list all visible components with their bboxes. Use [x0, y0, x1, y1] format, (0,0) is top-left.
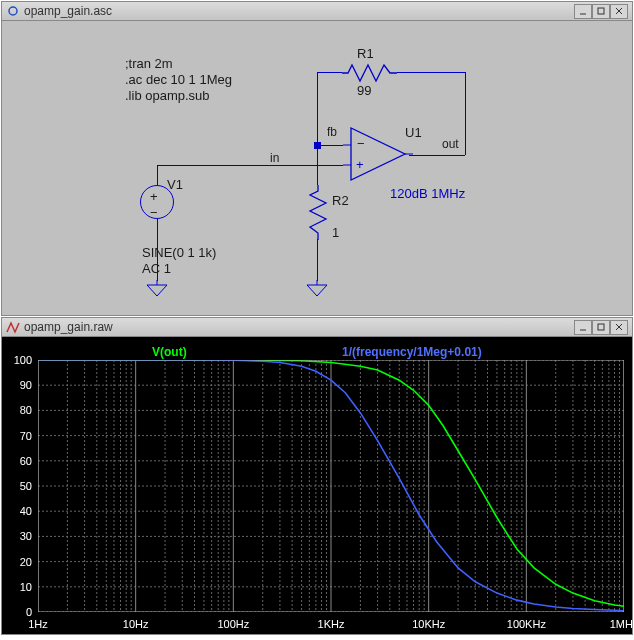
y-tick-label: 10 [4, 581, 32, 593]
spice-directive-ac[interactable]: .ac dec 10 1 1Meg [125, 72, 232, 87]
trace1-legend[interactable]: V(out) [152, 345, 187, 359]
netlabel-in[interactable]: in [270, 151, 279, 165]
schematic-window: opamp_gain.asc ;tran 2m .ac dec 10 1 1Me… [1, 1, 633, 316]
label-R2[interactable]: R2 [332, 193, 349, 208]
ltspice-waveform-icon [6, 320, 20, 334]
netlabel-fb[interactable]: fb [327, 125, 337, 139]
plot-window: opamp_gain.raw V(out) 1/(frequency/1Meg+… [1, 317, 633, 635]
value-V1-ac[interactable]: AC 1 [142, 261, 171, 276]
x-tick-label: 10Hz [123, 618, 149, 630]
opamp-U1[interactable]: − + [343, 124, 413, 184]
ground-icon[interactable] [145, 280, 169, 298]
value-R2[interactable]: 1 [332, 225, 339, 240]
resistor-R2[interactable] [308, 185, 328, 240]
minimize-button[interactable] [574, 320, 592, 335]
trace2-legend[interactable]: 1/(frequency/1Meg+0.01) [342, 345, 482, 359]
value-V1-sine[interactable]: SINE(0 1 1k) [142, 245, 216, 260]
ground-icon[interactable] [305, 280, 329, 298]
x-tick-label: 100Hz [217, 618, 249, 630]
y-tick-label: 40 [4, 505, 32, 517]
y-tick-label: 60 [4, 455, 32, 467]
source-plus-icon: + [150, 189, 158, 204]
y-tick-label: 80 [4, 404, 32, 416]
x-tick-label: 100KHz [507, 618, 546, 630]
resistor-R1[interactable] [342, 63, 397, 83]
maximize-button[interactable] [592, 4, 610, 19]
x-tick-label: 1KHz [318, 618, 345, 630]
x-tick-label: 10KHz [412, 618, 445, 630]
source-minus-icon: − [150, 205, 158, 220]
svg-rect-2 [598, 8, 604, 14]
netlabel-out[interactable]: out [442, 137, 459, 151]
spice-directive-tran[interactable]: ;tran 2m [125, 56, 173, 71]
minimize-button[interactable] [574, 4, 592, 19]
label-R1[interactable]: R1 [357, 46, 374, 61]
ltspice-schematic-icon [6, 4, 20, 18]
spice-directive-lib[interactable]: .lib opamp.sub [125, 88, 210, 103]
label-V1[interactable]: V1 [167, 177, 183, 192]
y-tick-label: 0 [4, 606, 32, 618]
maximize-button[interactable] [592, 320, 610, 335]
x-tick-label: 1MHz [610, 618, 634, 630]
label-U1[interactable]: U1 [405, 125, 422, 140]
x-tick-label: 1Hz [28, 618, 48, 630]
y-tick-label: 70 [4, 430, 32, 442]
schematic-titlebar[interactable]: opamp_gain.asc [2, 2, 632, 21]
y-tick-label: 90 [4, 379, 32, 391]
plot-canvas[interactable]: V(out) 1/(frequency/1Meg+0.01) 010203040… [2, 337, 632, 634]
plot-area[interactable] [38, 360, 624, 612]
close-button[interactable] [610, 320, 628, 335]
svg-point-0 [9, 7, 17, 15]
svg-text:+: + [356, 157, 364, 172]
y-tick-label: 30 [4, 530, 32, 542]
y-tick-label: 20 [4, 556, 32, 568]
close-button[interactable] [610, 4, 628, 19]
plot-titlebar[interactable]: opamp_gain.raw [2, 318, 632, 337]
schematic-canvas[interactable]: ;tran 2m .ac dec 10 1 1Meg .lib opamp.su… [2, 21, 632, 315]
y-tick-label: 50 [4, 480, 32, 492]
y-tick-label: 100 [4, 354, 32, 366]
svg-text:−: − [357, 136, 365, 151]
param-U1[interactable]: 120dB 1MHz [390, 186, 465, 201]
schematic-title: opamp_gain.asc [24, 4, 574, 18]
value-R1[interactable]: 99 [357, 83, 371, 98]
plot-title: opamp_gain.raw [24, 320, 574, 334]
svg-rect-16 [598, 324, 604, 330]
